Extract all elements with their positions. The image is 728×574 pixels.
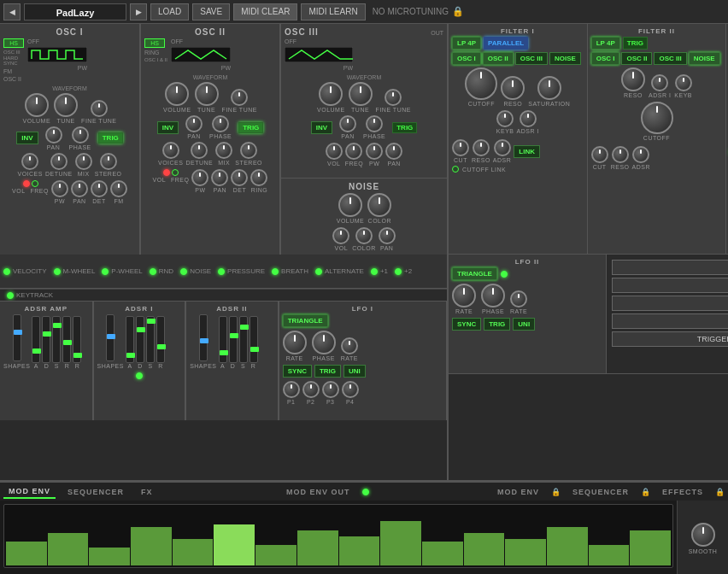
- osc3-freq-mod-knob[interactable]: [345, 143, 362, 160]
- lfo2-sync-button[interactable]: SYNC: [452, 318, 481, 331]
- filter1-lp4p-button[interactable]: LP 4P: [452, 37, 481, 50]
- osc2-mix-knob[interactable]: [215, 142, 232, 159]
- seq-bar[interactable]: [173, 539, 214, 565]
- osc2-ring-mod-knob[interactable]: [250, 169, 267, 186]
- adsr-amp-shapes[interactable]: [13, 314, 21, 361]
- adsr2-d[interactable]: [229, 316, 238, 363]
- lfo2-triangle-button[interactable]: TRIANGLE: [452, 267, 497, 280]
- adsr-amp-d[interactable]: [42, 316, 50, 363]
- adsr2-a[interactable]: [219, 316, 227, 363]
- prev-preset-button[interactable]: ◀: [3, 3, 21, 20]
- osc2-stereo-knob[interactable]: [240, 142, 257, 159]
- filter1-keyb-knob[interactable]: [496, 110, 514, 127]
- osc2-pan-knob[interactable]: [185, 115, 203, 132]
- lfo1-uni-button[interactable]: UNI: [343, 365, 366, 378]
- osc2-pan-mod-knob[interactable]: [211, 169, 228, 186]
- osc3-vol-mod-knob[interactable]: [326, 143, 343, 160]
- filter1-parallel-button[interactable]: PARALLEL: [484, 37, 528, 50]
- filter1-cut-knob[interactable]: [452, 139, 469, 156]
- lfo2-uni-button[interactable]: UNI: [513, 318, 535, 331]
- filter1-reso2-knob[interactable]: [473, 139, 490, 156]
- seq-bar[interactable]: [547, 527, 588, 565]
- filter1-noise-button[interactable]: NOISE: [549, 52, 581, 65]
- osc1-phase-knob[interactable]: [72, 126, 89, 144]
- osc2-finetune-knob[interactable]: [231, 89, 248, 106]
- noise-volume-knob[interactable]: [338, 193, 362, 217]
- osc1-mix-knob[interactable]: [75, 153, 92, 170]
- osc2-voices-knob[interactable]: [162, 142, 179, 159]
- filter1-adsr1-knob[interactable]: [520, 110, 537, 127]
- lfo1-p1-knob[interactable]: [283, 381, 300, 398]
- lfo1-rate-knob[interactable]: [283, 331, 307, 354]
- osc3-pw-mod-knob[interactable]: [366, 143, 383, 160]
- lfo1-p3-knob[interactable]: [322, 381, 339, 398]
- osc1-fm-mod-knob[interactable]: [110, 180, 127, 197]
- btn-reset[interactable]: RESET: [612, 313, 728, 329]
- osc2-det-mod-knob[interactable]: [231, 169, 248, 186]
- osc1-pan-mod-knob[interactable]: [71, 180, 88, 197]
- filter2-noise-button[interactable]: NOISE: [689, 52, 720, 65]
- seq-bar[interactable]: [297, 530, 338, 565]
- tab-fx[interactable]: FX: [136, 486, 158, 498]
- lfo1-p4-knob[interactable]: [342, 381, 359, 398]
- filter2-reso2-knob[interactable]: [612, 146, 629, 163]
- lfo2-rate-knob[interactable]: [452, 284, 476, 308]
- adsr1-d[interactable]: [136, 316, 144, 363]
- filter2-adsr1-knob[interactable]: [651, 74, 668, 91]
- filter1-saturation-knob[interactable]: [537, 76, 561, 100]
- seq-bar[interactable]: [589, 545, 630, 565]
- filter2-osc3-button[interactable]: OSC III: [654, 52, 686, 65]
- filter1-osc1-button[interactable]: OSC I: [452, 52, 481, 65]
- noise-color-mod-knob[interactable]: [355, 227, 373, 244]
- adsr-amp-s[interactable]: [52, 316, 61, 363]
- filter1-osc3-button[interactable]: OSC III: [515, 52, 548, 65]
- osc3-finetune-knob[interactable]: [385, 89, 402, 106]
- filter2-trig-button[interactable]: TRIG: [623, 37, 648, 50]
- osc3-phase-knob[interactable]: [366, 115, 383, 132]
- adsr1-a[interactable]: [126, 316, 134, 363]
- osc3-inv-button[interactable]: INV: [311, 121, 332, 134]
- osc1-voices-knob[interactable]: [21, 153, 38, 170]
- filter2-lp4p-button[interactable]: LP 4P: [591, 37, 620, 50]
- seq-bar[interactable]: [339, 536, 380, 566]
- lfo2-rate2-knob[interactable]: [510, 290, 527, 308]
- tab-mod-env[interactable]: MOD ENV: [3, 485, 56, 499]
- btn-one-shot[interactable]: ONE SHOT: [612, 296, 728, 311]
- smooth-knob[interactable]: [691, 523, 715, 547]
- lfo1-triangle-button[interactable]: TRIANGLE: [283, 314, 328, 327]
- filter1-reso-knob[interactable]: [501, 76, 525, 100]
- filter2-osc2-button[interactable]: OSC II: [621, 52, 652, 65]
- seq-bar[interactable]: [48, 533, 89, 565]
- seq-bar[interactable]: [505, 539, 546, 565]
- save-button[interactable]: SAVE: [192, 3, 230, 20]
- lfo1-sync-button[interactable]: SYNC: [283, 365, 312, 378]
- seq-bar[interactable]: [464, 533, 505, 565]
- osc1-tune-knob[interactable]: [54, 93, 78, 117]
- adsr1-r[interactable]: [156, 316, 165, 363]
- filter1-link-button[interactable]: LINK: [514, 145, 540, 158]
- osc2-pw-mod-knob[interactable]: [191, 169, 208, 186]
- adsr1-s[interactable]: [146, 316, 155, 363]
- filter2-cut-knob[interactable]: [591, 146, 608, 163]
- seq-bar[interactable]: [422, 542, 463, 565]
- osc1-finetune-knob[interactable]: [91, 100, 108, 117]
- filter2-cutoff-knob[interactable]: [641, 102, 673, 134]
- osc3-pan-knob[interactable]: [339, 115, 356, 132]
- adsr1-shapes[interactable]: [106, 314, 114, 361]
- sequencer-display[interactable]: [3, 504, 673, 568]
- seq-bar[interactable]: [89, 548, 130, 565]
- seq-bar[interactable]: [131, 527, 172, 565]
- osc2-phase-knob[interactable]: [212, 115, 229, 132]
- next-preset-button[interactable]: ▶: [130, 3, 147, 20]
- btn-1-8[interactable]: 1/8: [612, 260, 728, 275]
- lfo1-rate2-knob[interactable]: [341, 337, 358, 354]
- midi-learn-button[interactable]: MIDI LEARN: [301, 3, 365, 20]
- filter1-osc2-button[interactable]: OSC II: [483, 52, 514, 65]
- btn-fix-speed[interactable]: FIX SPEED: [612, 278, 728, 293]
- osc2-volume-knob[interactable]: [165, 82, 189, 106]
- filter2-keyb-knob[interactable]: [675, 74, 692, 91]
- osc1-stereo-knob[interactable]: [100, 153, 117, 170]
- lfo1-p2-knob[interactable]: [302, 381, 320, 398]
- osc2-inv-button[interactable]: INV: [157, 121, 179, 134]
- adsr-amp-a[interactable]: [32, 316, 40, 363]
